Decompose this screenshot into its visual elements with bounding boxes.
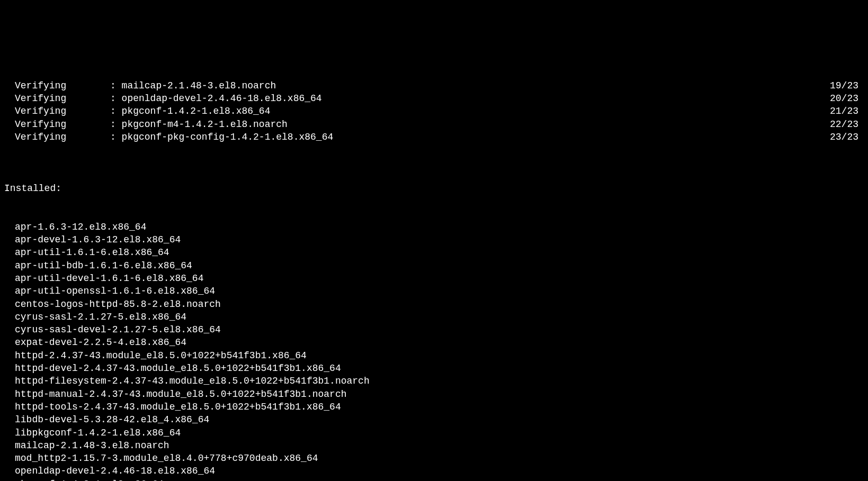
- installed-package: cyrus-sasl-2.1.27-5.el8.x86_64: [4, 311, 864, 323]
- verify-label: Verifying: [4, 131, 110, 143]
- installed-package: apr-devel-1.6.3-12.el8.x86_64: [4, 233, 864, 246]
- installed-package: apr-util-openssl-1.6.1-6.el8.x86_64: [4, 285, 864, 297]
- installed-package: apr-1.6.3-12.el8.x86_64: [4, 221, 864, 233]
- installed-package: pkgconf-1.4.2-1.el8.x86_64: [4, 478, 864, 481]
- verify-line: Verifying: pkgconf-pkg-config-1.4.2-1.el…: [4, 131, 864, 143]
- installed-section: apr-1.6.3-12.el8.x86_64apr-devel-1.6.3-1…: [4, 221, 864, 481]
- installed-package: apr-util-1.6.1-6.el8.x86_64: [4, 246, 864, 259]
- installed-package: apr-util-bdb-1.6.1-6.el8.x86_64: [4, 259, 864, 272]
- verifying-section: Verifying: mailcap-2.1.48-3.el8.noarch19…: [4, 79, 864, 143]
- verify-package: : openldap-devel-2.4.46-18.el8.x86_64: [110, 92, 322, 105]
- installed-header: Installed:: [4, 182, 864, 195]
- verify-package: : mailcap-2.1.48-3.el8.noarch: [110, 79, 276, 92]
- verify-package: : pkgconf-1.4.2-1.el8.x86_64: [110, 105, 270, 117]
- verify-label: Verifying: [4, 118, 110, 131]
- installed-package: mailcap-2.1.48-3.el8.noarch: [4, 439, 864, 452]
- installed-package: cyrus-sasl-devel-2.1.27-5.el8.x86_64: [4, 323, 864, 336]
- verify-package: : pkgconf-m4-1.4.2-1.el8.noarch: [110, 118, 288, 131]
- installed-package: mod_http2-1.15.7-3.module_el8.4.0+778+c9…: [4, 452, 864, 465]
- installed-package: apr-util-devel-1.6.1-6.el8.x86_64: [4, 272, 864, 285]
- verify-line: Verifying: openldap-devel-2.4.46-18.el8.…: [4, 92, 864, 105]
- verify-count: 21/23: [830, 105, 864, 117]
- installed-package: openldap-devel-2.4.46-18.el8.x86_64: [4, 465, 864, 477]
- installed-package: httpd-2.4.37-43.module_el8.5.0+1022+b541…: [4, 349, 864, 362]
- verify-label: Verifying: [4, 79, 110, 92]
- terminal-output: Verifying: mailcap-2.1.48-3.el8.noarch19…: [4, 53, 864, 481]
- installed-package: httpd-manual-2.4.37-43.module_el8.5.0+10…: [4, 388, 864, 401]
- installed-package: libdb-devel-5.3.28-42.el8_4.x86_64: [4, 413, 864, 426]
- verify-line: Verifying: pkgconf-1.4.2-1.el8.x86_6421/…: [4, 105, 864, 117]
- verify-line: Verifying: mailcap-2.1.48-3.el8.noarch19…: [4, 79, 864, 92]
- verify-line: Verifying: pkgconf-m4-1.4.2-1.el8.noarch…: [4, 118, 864, 131]
- verify-count: 23/23: [830, 131, 864, 143]
- installed-package: centos-logos-httpd-85.8-2.el8.noarch: [4, 298, 864, 311]
- installed-package: libpkgconf-1.4.2-1.el8.x86_64: [4, 426, 864, 439]
- installed-package: httpd-tools-2.4.37-43.module_el8.5.0+102…: [4, 401, 864, 413]
- verify-package: : pkgconf-pkg-config-1.4.2-1.el8.x86_64: [110, 131, 333, 143]
- installed-package: httpd-devel-2.4.37-43.module_el8.5.0+102…: [4, 362, 864, 375]
- verify-count: 20/23: [830, 92, 864, 105]
- installed-package: expat-devel-2.2.5-4.el8.x86_64: [4, 336, 864, 349]
- verify-label: Verifying: [4, 105, 110, 117]
- verify-count: 19/23: [830, 79, 864, 92]
- verify-count: 22/23: [830, 118, 864, 131]
- installed-package: httpd-filesystem-2.4.37-43.module_el8.5.…: [4, 375, 864, 387]
- verify-label: Verifying: [4, 92, 110, 105]
